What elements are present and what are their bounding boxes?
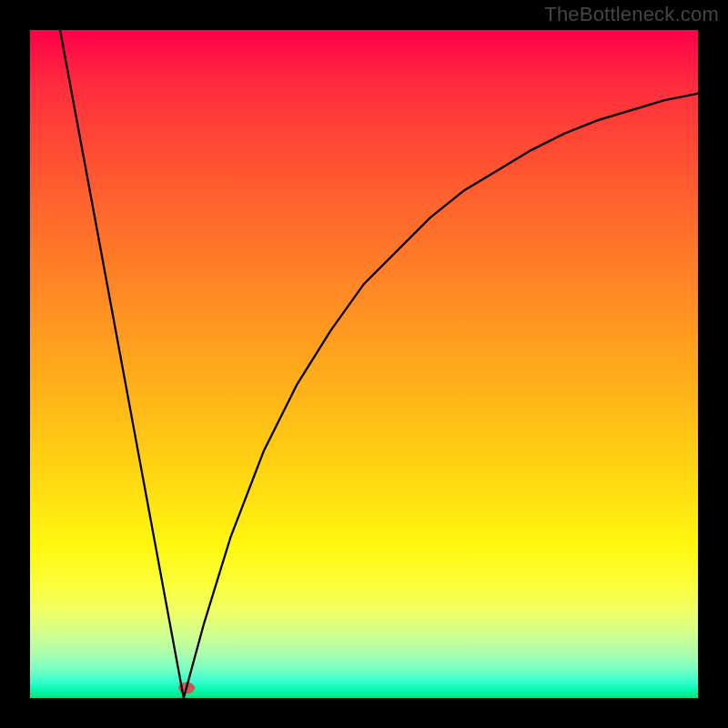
curve-svg (30, 30, 698, 698)
watermark-text: TheBottleneck.com (544, 3, 719, 26)
plot-area (30, 30, 698, 698)
chart-frame: TheBottleneck.com (0, 0, 728, 728)
curve-path (60, 30, 698, 698)
